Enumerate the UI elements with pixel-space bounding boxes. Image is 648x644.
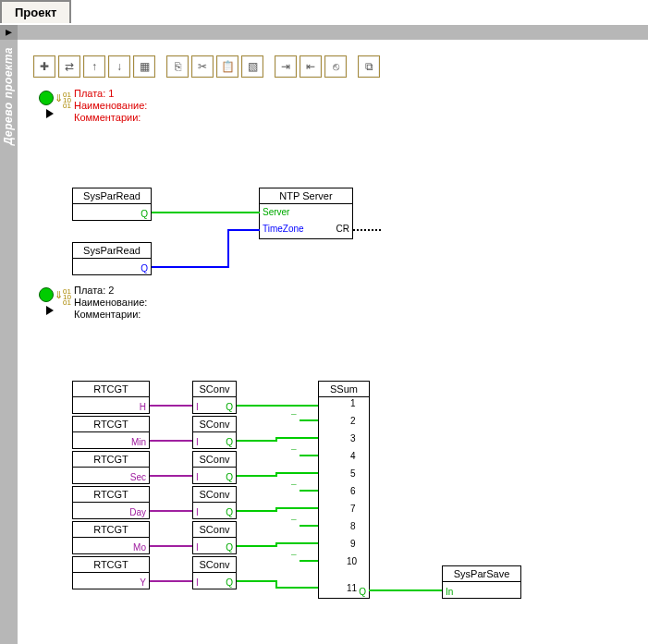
block-title: SConv: [193, 452, 236, 468]
tool-org-icon[interactable]: ⧉: [358, 55, 380, 78]
ssum-port-8: 8: [350, 521, 356, 531]
tool-align-right-icon[interactable]: ⇥: [275, 55, 297, 78]
wire: [150, 545, 192, 547]
board-2-label: Плата: 2: [74, 285, 114, 296]
block-rtcgt-1[interactable]: RTCGTH: [72, 381, 150, 414]
wire: [237, 510, 277, 512]
wire: [237, 580, 277, 582]
port-day: Day: [129, 507, 146, 517]
wire: [275, 587, 318, 589]
wire: [275, 542, 318, 544]
tool-add-icon[interactable]: ✚: [33, 55, 55, 78]
tool-grid-icon[interactable]: ▦: [133, 55, 155, 78]
block-rtcgt-4[interactable]: RTCGTDay: [72, 486, 150, 519]
port-server: Server: [263, 207, 289, 217]
port-i: I: [196, 472, 199, 482]
block-sysparread-2[interactable]: SysParRead Q: [72, 242, 152, 275]
block-sconv-4[interactable]: SConvIQ: [192, 486, 237, 519]
port-i: I: [196, 437, 199, 447]
tool-exit-icon[interactable]: ⎋: [324, 55, 347, 78]
port-q: Q: [141, 263, 148, 273]
port-q: Q: [141, 209, 148, 219]
port-sec: Sec: [130, 472, 146, 482]
ssum-port-11: 11: [347, 583, 357, 593]
tool-paste-icon[interactable]: 📋: [216, 55, 238, 78]
port-q: Q: [359, 587, 366, 597]
canvas-header-bar: [18, 25, 648, 40]
tool-swap-icon[interactable]: ⇄: [58, 55, 80, 78]
tool-copy-icon[interactable]: ⎘: [166, 55, 189, 78]
port-y: Y: [140, 577, 146, 588]
stub-marker: ¯: [291, 519, 297, 529]
block-title: RTCGT: [73, 382, 149, 397]
wire: [150, 475, 192, 477]
block-sysparsave[interactable]: SysParSave In: [442, 565, 521, 599]
tool-up-icon[interactable]: ↑: [83, 55, 105, 78]
sidebar-expand-icon[interactable]: ▸: [0, 25, 18, 40]
block-sconv-6[interactable]: SConvIQ: [192, 556, 237, 589]
port-q: Q: [226, 472, 233, 482]
block-rtcgt-2[interactable]: RTCGTMin: [72, 416, 150, 449]
project-tab[interactable]: Проект: [0, 0, 71, 23]
wire: [275, 472, 318, 474]
port-i: I: [196, 577, 199, 588]
wire: [150, 510, 192, 512]
wire: [275, 507, 318, 509]
port-h: H: [140, 402, 146, 412]
diagram-canvas[interactable]: ⇓ 011001 Плата: 1 Наименование: Коммента…: [33, 83, 644, 640]
block-sysparread-1[interactable]: SysParRead Q: [72, 188, 152, 221]
stub-marker: ¯: [291, 554, 297, 565]
run-icon[interactable]: [46, 306, 54, 315]
sidebar: ▸ Дерево проекта: [0, 25, 18, 644]
block-sconv-3[interactable]: SConvIQ: [192, 451, 237, 484]
block-sconv-5[interactable]: SConvIQ: [192, 521, 237, 554]
tool-align-left-icon[interactable]: ⇤: [300, 55, 322, 78]
block-rtcgt-5[interactable]: RTCGTMo: [72, 521, 150, 554]
block-title: SysParRead: [73, 243, 151, 259]
wire: [300, 560, 318, 562]
block-title: NTP Server: [260, 188, 352, 204]
wire-dotted: [353, 229, 381, 231]
wire: [300, 455, 318, 456]
ssum-port-3: 3: [350, 433, 356, 444]
board-2-comment-label: Комментарии:: [74, 309, 141, 320]
block-title: SysParRead: [73, 188, 151, 204]
wire: [300, 490, 318, 492]
block-title: SSum: [319, 382, 369, 397]
block-title: RTCGT: [73, 487, 149, 503]
run-icon[interactable]: [46, 109, 54, 118]
block-title: SConv: [193, 557, 236, 573]
block-sconv-2[interactable]: SConvIQ: [192, 416, 237, 449]
block-ssum[interactable]: SSum Q: [318, 381, 370, 599]
block-rtcgt-6[interactable]: RTCGTY: [72, 556, 150, 589]
block-sconv-1[interactable]: SConvIQ: [192, 381, 237, 414]
ssum-port-10: 10: [347, 556, 357, 566]
board-1-comment-label: Комментарии:: [74, 112, 141, 123]
wire: [237, 545, 277, 547]
block-rtcgt-3[interactable]: RTCGTSec: [72, 451, 150, 484]
sort-arrows-icon: ⇓: [55, 92, 60, 104]
status-dot-icon: [39, 91, 54, 105]
ssum-port-4: 4: [350, 451, 356, 461]
tool-hatch-icon[interactable]: ▧: [241, 55, 263, 78]
block-title: RTCGT: [73, 417, 149, 432]
wire: [152, 212, 260, 213]
toolbar-separator: [349, 55, 355, 78]
wire: [369, 589, 442, 591]
wire: [237, 405, 318, 407]
port-mo: Mo: [133, 542, 146, 553]
ssum-port-7: 7: [350, 504, 356, 514]
port-i: I: [196, 402, 199, 412]
tool-down-icon[interactable]: ↓: [108, 55, 130, 78]
board-1-name-label: Наименование:: [74, 100, 147, 111]
wire: [227, 229, 229, 268]
port-q: Q: [226, 577, 233, 588]
wire: [227, 229, 260, 231]
sidebar-label: Дерево проекта: [2, 47, 15, 145]
stub-marker: ¯: [291, 414, 297, 424]
toolbar: ✚ ⇄ ↑ ↓ ▦ ⎘ ✂ 📋 ▧ ⇥ ⇤ ⎋ ⧉: [33, 55, 380, 78]
block-title: SConv: [193, 487, 236, 503]
block-ntp-server[interactable]: NTP Server Server TimeZone CR: [259, 188, 353, 239]
stub-marker: ¯: [291, 449, 297, 459]
tool-cut-icon[interactable]: ✂: [191, 55, 214, 78]
